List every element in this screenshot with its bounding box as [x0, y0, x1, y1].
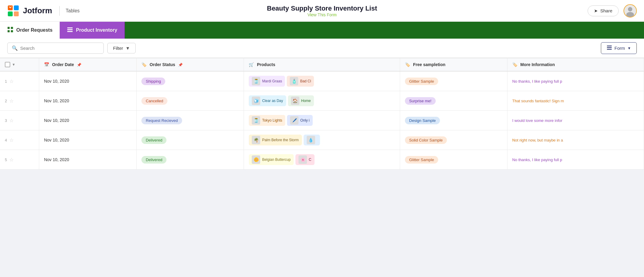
- order-date-value: Nov 10, 2020: [44, 118, 69, 123]
- status-badge: Delivered: [141, 136, 166, 144]
- status-badge: Cancelled: [141, 97, 167, 105]
- sample-badge: Surprise me!: [405, 97, 436, 105]
- search-input[interactable]: [20, 46, 99, 51]
- order-requests-icon: [7, 27, 13, 34]
- logo-area: Jotform: [7, 5, 52, 17]
- sample-badge: Solid Color Sample: [405, 136, 447, 144]
- form-label: Form: [614, 46, 625, 51]
- product-img: 🧴: [290, 77, 298, 85]
- search-box[interactable]: 🔍: [7, 43, 104, 54]
- jotform-logo-icon: [7, 5, 19, 17]
- star-icon[interactable]: ☆: [9, 137, 14, 143]
- avatar[interactable]: [623, 4, 637, 18]
- filter-button[interactable]: Filter ▼: [107, 43, 136, 53]
- order-status-cell: Cancelled: [137, 91, 244, 111]
- view-form-link[interactable]: View This Form: [267, 12, 377, 17]
- svg-rect-10: [67, 27, 73, 28]
- product-img: 🌸: [298, 155, 307, 164]
- svg-rect-11: [67, 29, 73, 30]
- col-more-info-label: More Information: [520, 62, 555, 67]
- order-date-cell: Nov 10, 2020: [39, 150, 137, 170]
- svg-point-4: [628, 7, 633, 11]
- product-img: 🖊️: [290, 116, 298, 125]
- status-badge: Delivered: [141, 156, 166, 164]
- order-status-cell: Delivered: [137, 150, 244, 170]
- filter-icon: ▼: [125, 46, 130, 51]
- order-date-value: Nov 10, 2020: [44, 157, 69, 162]
- svg-rect-15: [607, 46, 612, 46]
- product-name: Belgian Buttercup: [262, 158, 291, 162]
- grid-icon: [7, 27, 13, 33]
- form-button[interactable]: Form ▼: [601, 42, 637, 54]
- star-icon[interactable]: ☆: [9, 157, 14, 163]
- header-title: Beauty Supply Store Inventory List: [267, 5, 377, 12]
- col-free-sample-label: Free sampletion: [413, 62, 445, 67]
- free-sample-cell: Design Sample: [400, 111, 507, 130]
- inventory-table: ▾ 📅 Order Date 📌 🏷️ Order Status 📌 🛒 Pro…: [0, 58, 644, 170]
- product-name: Tokyo Lights: [262, 118, 282, 123]
- more-info-cell: I would love some more infor: [507, 111, 644, 130]
- products-cell: 🧊 Clear as Day 🏠 Home: [244, 91, 400, 111]
- select-all-checkbox[interactable]: [5, 62, 10, 67]
- order-date-value: Nov 10, 2020: [44, 79, 69, 84]
- tab-product-inventory[interactable]: Product Inventory: [60, 22, 125, 39]
- row-number-cell: 3 ☆: [0, 111, 39, 130]
- more-info-cell: That sounds fantastic! Sign m: [507, 91, 644, 111]
- sample-badge: Design Sample: [405, 117, 440, 124]
- product-img: 🌼: [252, 155, 260, 164]
- tab-order-requests[interactable]: Order Requests: [0, 22, 60, 39]
- free-sample-cell: Surprise me!: [400, 91, 507, 111]
- row-number: 4: [5, 138, 7, 142]
- sample-badge: Glitter Sample: [405, 78, 438, 85]
- pin-icon-date[interactable]: 📌: [77, 63, 81, 67]
- col-order-date-label: Order Date: [52, 62, 74, 67]
- svg-point-5: [626, 12, 634, 17]
- free-sample-cell: Solid Color Sample: [400, 130, 507, 150]
- product-img: 🫙: [252, 77, 260, 85]
- status-badge: Shipping: [141, 78, 165, 85]
- order-status-cell: Delivered: [137, 130, 244, 150]
- product-chip: 🧊 Clear as Day: [249, 95, 286, 106]
- col-header-order-status: 🏷️ Order Status 📌: [137, 58, 244, 72]
- product-chip: 🌴 Palm Before the Storm: [249, 135, 301, 145]
- star-icon[interactable]: ☆: [9, 78, 14, 84]
- logo-text: Jotform: [23, 6, 52, 15]
- product-img: 🫙: [252, 116, 260, 125]
- share-button[interactable]: ➤ Share: [588, 5, 619, 16]
- tab-bar: Order Requests Product Inventory: [0, 22, 644, 39]
- more-info-cell: No thanks, I like paying full p: [507, 150, 644, 170]
- product-chip: 🧴 Bad Cl: [287, 76, 314, 87]
- product-chip: 💧: [304, 135, 320, 145]
- col-header-products: 🛒 Products: [244, 58, 400, 72]
- more-info-text: That sounds fantastic! Sign m: [512, 99, 564, 103]
- svg-rect-14: [68, 29, 69, 30]
- header-center: Beauty Supply Store Inventory List View …: [267, 5, 377, 17]
- products-cell: 🌴 Palm Before the Storm 💧: [244, 130, 400, 150]
- col-header-checkbox: ▾: [0, 58, 39, 72]
- tag-icon-info: 🏷️: [512, 62, 517, 67]
- row-chevron-icon[interactable]: ▾: [13, 62, 14, 67]
- product-chip: 🖊️ Only i: [287, 115, 313, 126]
- product-img: 🧊: [252, 97, 260, 105]
- row-number-cell: 5 ☆: [0, 150, 39, 170]
- svg-rect-13: [68, 27, 69, 28]
- row-number: 2: [5, 99, 7, 103]
- product-chip: 🏠 Home: [288, 95, 314, 106]
- star-icon[interactable]: ☆: [9, 98, 14, 104]
- tab-order-requests-label: Order Requests: [16, 27, 52, 33]
- more-info-cell: No thanks, I like paying full p: [507, 71, 644, 91]
- product-name: C: [309, 158, 311, 162]
- product-chip: 🌸 C: [295, 154, 314, 165]
- share-label: Share: [600, 8, 612, 13]
- col-products-label: Products: [257, 62, 275, 67]
- sample-badge: Glitter Sample: [405, 156, 438, 164]
- star-icon[interactable]: ☆: [9, 118, 14, 123]
- table-row: 4 ☆ Nov 10, 2020 Delivered 🌴 Palm Before…: [0, 130, 644, 150]
- pin-icon-status[interactable]: 📌: [178, 63, 183, 67]
- order-status-cell: Request Recieved: [137, 111, 244, 130]
- header-divider: [59, 6, 60, 16]
- status-badge: Request Recieved: [141, 117, 182, 124]
- tag-icon-status: 🏷️: [141, 62, 147, 67]
- product-chip: 🌼 Belgian Buttercup: [249, 154, 294, 165]
- cart-icon: 🛒: [249, 62, 254, 67]
